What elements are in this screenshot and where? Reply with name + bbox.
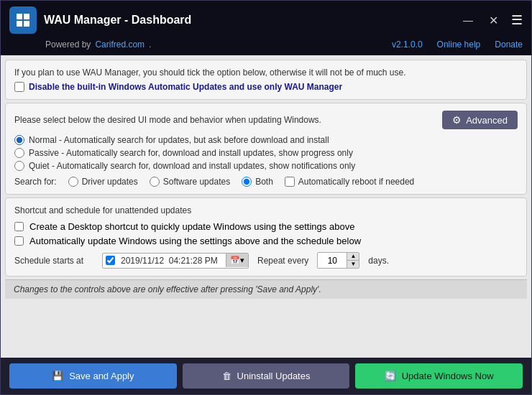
uninstall-updates-button[interactable]: 🗑 Uninstall Updates [183,363,350,389]
shortcut-label: Create a Desktop shortcut to quickly upd… [29,221,354,232]
section2-card: Please select below the desired UI mode … [5,103,527,195]
content-area: If you plan to use WAU Manager, you shou… [1,55,531,358]
hamburger-icon[interactable]: ☰ [511,12,523,28]
section2-header: Please select below the desired UI mode … [14,111,518,129]
disable-updates-label: Disable the built-in Windows Automatic U… [29,82,342,92]
datetime-input[interactable] [118,254,226,268]
reboot-wrap: Automatically reboot if needed [285,177,414,187]
update-label: Update Windows Now [402,371,494,381]
bottom-note: Changes to the controls above are only e… [5,279,527,299]
action-bar: 💾 Save and Apply 🗑 Uninstall Updates 🔄 U… [1,358,531,394]
carifred-link[interactable]: Carifred.com [95,40,145,50]
auto-update-label: Automatically update Windows using the s… [29,236,361,246]
window-title: WAU Manager - Dashboard [44,14,191,27]
repeat-value-input[interactable] [318,254,347,267]
advanced-label: Advanced [466,115,508,126]
radio-software-label: Software updates [163,177,230,187]
disable-updates-checkbox[interactable] [14,82,24,92]
auto-update-checkbox[interactable] [14,236,24,246]
shortcut-row: Create a Desktop shortcut to quickly upd… [14,221,518,232]
update-icon: 🔄 [385,371,396,381]
powered-by-suffix: . [149,40,151,50]
uninstall-icon: 🗑 [222,371,231,381]
main-window: WAU Manager - Dashboard — ✕ ☰ Powered by… [0,0,532,395]
days-label: days. [368,256,389,266]
update-mode-group: Normal - Automatically search for update… [14,135,518,171]
title-bar-left: WAU Manager - Dashboard [9,6,191,34]
minimize-button[interactable]: — [459,13,477,27]
update-windows-button[interactable]: 🔄 Update Windows Now [355,363,523,389]
datetime-input-wrap: 📅▾ [102,253,249,269]
calendar-button[interactable]: 📅▾ [226,254,248,267]
radio-driver[interactable] [68,177,78,187]
radio-quiet-row: Quiet - Automatically search for, downlo… [14,161,518,171]
reboot-label: Automatically reboot if needed [298,177,414,187]
schedule-starts-label: Schedule starts at [14,256,93,266]
shortcut-checkbox[interactable] [14,222,24,231]
radio-normal-row: Normal - Automatically search for update… [14,135,518,145]
datetime-enabled-checkbox[interactable] [106,256,115,265]
radio-quiet-label: Quiet - Automatically search for, downlo… [29,161,355,171]
help-link[interactable]: Online help [437,40,481,50]
window-controls: — ✕ [459,12,503,29]
repeat-spinner: ▲ ▼ [317,252,359,269]
radio-driver-wrap: Driver updates [68,177,138,187]
close-button[interactable]: ✕ [485,12,503,29]
section1-card: If you plan to use WAU Manager, you shou… [5,60,527,100]
app-icon [9,6,37,34]
search-for-label: Search for: [14,177,57,187]
save-icon: 💾 [52,371,63,381]
spin-down-button[interactable]: ▼ [347,261,359,268]
radio-passive-row: Passive - Automatically search for, down… [14,148,518,158]
schedule-options: Create a Desktop shortcut to quickly upd… [14,221,518,246]
subtitle-links: v2.1.0.0 Online help Donate [392,40,523,50]
section3-card: Shortcut and schedule for unattended upd… [5,198,527,276]
version-link[interactable]: v2.1.0.0 [392,40,423,50]
auto-update-row: Automatically update Windows using the s… [14,236,518,246]
radio-software-wrap: Software updates [150,177,230,187]
radio-both[interactable] [242,177,252,187]
advanced-button[interactable]: ⚙ Advanced [442,111,518,129]
radio-normal[interactable] [14,135,24,145]
schedule-title: Shortcut and schedule for unattended upd… [14,205,518,215]
schedule-time-row: Schedule starts at 📅▾ Repeat every ▲ ▼ [14,252,518,269]
gear-icon: ⚙ [452,114,462,126]
datetime-checkbox-wrap [103,256,118,265]
title-bar: WAU Manager - Dashboard — ✕ ☰ [1,1,531,40]
uninstall-label: Uninstall Updates [237,371,311,381]
radio-driver-label: Driver updates [82,177,138,187]
donate-link[interactable]: Donate [495,40,523,50]
save-apply-button[interactable]: 💾 Save and Apply [9,363,177,389]
powered-by-text: Powered by [45,40,91,50]
radio-both-label: Both [255,177,273,187]
spin-up-button[interactable]: ▲ [347,253,359,261]
title-bar-right: — ✕ ☰ [459,12,523,29]
radio-passive-label: Passive - Automatically search for, down… [29,148,353,158]
section2-description: Please select below the desired UI mode … [14,115,321,125]
search-options-row: Search for: Driver updates Software upda… [14,177,518,187]
repeat-label: Repeat every [257,256,308,266]
radio-quiet[interactable] [14,161,24,171]
auto-reboot-checkbox[interactable] [285,177,295,187]
save-label: Save and Apply [69,371,134,381]
radio-passive[interactable] [14,148,24,158]
subtitle-bar: Powered by Carifred.com . v2.1.0.0 Onlin… [1,40,531,55]
disable-updates-row: Disable the built-in Windows Automatic U… [14,82,518,92]
radio-both-wrap: Both [242,177,273,187]
radio-software[interactable] [150,177,160,187]
section1-description: If you plan to use WAU Manager, you shou… [14,68,518,78]
radio-normal-label: Normal - Automatically search for update… [29,135,329,145]
spin-buttons: ▲ ▼ [347,253,359,268]
